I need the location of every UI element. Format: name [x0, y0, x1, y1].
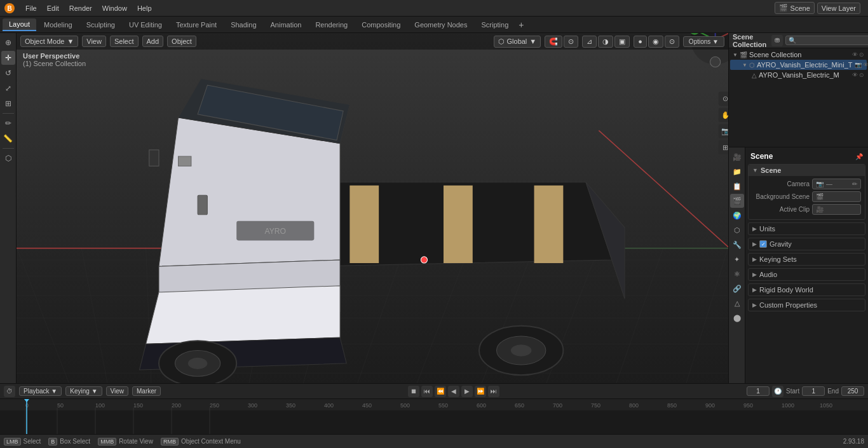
physics-props-icon[interactable]: ⚛: [730, 267, 744, 281]
outliner-item-1[interactable]: ▼ ⬡ AYRO_Vanish_Electric_Mini_T 📷 👁 ⊙: [730, 60, 867, 70]
units-collapsible[interactable]: ▶ Units: [749, 223, 865, 234]
overlay-btn[interactable]: ◑: [598, 36, 613, 48]
particles-props-icon[interactable]: ✦: [730, 252, 744, 266]
view-dropdown[interactable]: View: [106, 386, 129, 396]
tab-sculpting[interactable]: Sculpting: [80, 19, 121, 31]
viewport-area[interactable]: Object Mode ▼ View Select Add Object ⬡ G…: [17, 33, 728, 383]
scale-tool[interactable]: ⤢: [1, 81, 15, 95]
filter-icon[interactable]: ⛃: [771, 35, 783, 46]
menu-file[interactable]: File: [20, 3, 42, 13]
data-props-icon[interactable]: △: [730, 296, 744, 310]
outliner-item-scene-collection[interactable]: ▼ 🎬 Scene Collection 👁 ⊙: [730, 50, 867, 60]
menu-window[interactable]: Window: [97, 3, 132, 13]
active-clip-value[interactable]: 🎥: [812, 204, 861, 215]
svg-text:200: 200: [172, 402, 181, 409]
modifier-props-icon[interactable]: 🔧: [730, 238, 744, 252]
proportional-edit-btn[interactable]: ⊙: [564, 36, 578, 48]
measure-tool[interactable]: 📏: [1, 132, 15, 146]
options-button[interactable]: Options ▼: [683, 36, 724, 47]
step-back-btn[interactable]: ⏪: [435, 386, 446, 397]
world-props-icon[interactable]: 🌍: [730, 208, 744, 222]
outliner-item-2[interactable]: △ AYRO_Vanish_Electric_M 👁 ⊙: [730, 70, 867, 80]
show-gizmos-btn[interactable]: ⊿: [582, 36, 597, 48]
audio-collapsible[interactable]: ▶ Audio: [749, 269, 865, 280]
tab-animation[interactable]: Animation: [264, 19, 308, 31]
view-layer-selector[interactable]: View Layer: [817, 3, 860, 14]
tab-texture-paint[interactable]: Texture Paint: [170, 19, 223, 31]
step-forward-btn[interactable]: ⏩: [475, 386, 486, 397]
add-menu[interactable]: Add: [142, 36, 164, 47]
cursor-tool[interactable]: ⊕: [1, 36, 15, 50]
menu-help[interactable]: Help: [132, 3, 157, 13]
render-icon[interactable]: ⊙: [859, 51, 864, 58]
gravity-collapsible[interactable]: ▶ ✓ Gravity: [749, 238, 865, 250]
view-menu[interactable]: View: [82, 36, 106, 47]
add-workspace-button[interactable]: +: [519, 20, 524, 30]
camera-restrict-icon[interactable]: 📷: [855, 62, 862, 68]
camera-edit-icon[interactable]: ✏: [852, 180, 857, 187]
object-menu[interactable]: Object: [167, 36, 196, 47]
menu-edit[interactable]: Edit: [42, 3, 64, 13]
xray-btn[interactable]: ▣: [614, 36, 630, 48]
scene-props-icon[interactable]: 🎬: [730, 194, 744, 208]
tab-uv-editing[interactable]: UV Editing: [123, 19, 168, 31]
rigid-body-collapsible[interactable]: ▶ Rigid Body World: [749, 284, 865, 295]
play-btn[interactable]: ▶: [461, 386, 473, 397]
tab-layout[interactable]: Layout: [3, 18, 36, 31]
timeline-frame-area[interactable]: 0 50 100 150 200 250 300 350 400 450 500…: [0, 399, 868, 434]
scene-section-header[interactable]: ▼ Scene: [749, 165, 865, 176]
move-tool[interactable]: ✛: [1, 51, 15, 65]
tab-shading[interactable]: Shading: [224, 19, 262, 31]
custom-props-collapsible[interactable]: ▶ Custom Properties: [749, 299, 865, 311]
play-back-btn[interactable]: ◀: [448, 386, 459, 397]
tab-modeling[interactable]: Modeling: [37, 19, 79, 31]
jump-start-btn[interactable]: ⏮: [421, 386, 433, 397]
keying-dropdown[interactable]: Keying ▼: [65, 386, 102, 396]
object-mode-dropdown[interactable]: Object Mode ▼: [20, 36, 78, 47]
keying-sets-collapsible[interactable]: ▶ Keying Sets: [749, 254, 865, 265]
scene-selector[interactable]: 🎬 Scene: [775, 2, 815, 14]
gravity-checkbox[interactable]: ✓: [759, 240, 767, 248]
end-frame-input[interactable]: [841, 386, 864, 396]
eye-1-icon[interactable]: 👁: [863, 62, 868, 68]
object-props-icon[interactable]: ⬡: [730, 223, 744, 237]
output-props-icon[interactable]: 📁: [730, 165, 744, 179]
tab-scripting[interactable]: Scripting: [475, 19, 515, 31]
annotate-tool[interactable]: ✏: [1, 116, 15, 130]
transform-orientation[interactable]: ⬡ Global ▼: [494, 36, 541, 48]
props-pin-icon[interactable]: 📌: [855, 153, 863, 160]
constraints-props-icon[interactable]: 🔗: [730, 282, 744, 295]
material-props-icon[interactable]: ⬤: [730, 311, 744, 325]
transform-tool[interactable]: ⊞: [1, 97, 15, 111]
camera-value[interactable]: 📷 — ✏: [812, 179, 861, 189]
render-2-icon[interactable]: ⊙: [859, 72, 864, 78]
background-scene-value[interactable]: 🎬: [812, 191, 861, 202]
render-props-icon[interactable]: 🎥: [730, 150, 744, 164]
solid-shading-btn[interactable]: ●: [634, 36, 647, 48]
add-cube-tool[interactable]: ⬡: [1, 151, 15, 165]
start-frame-input[interactable]: [802, 386, 825, 396]
timeline-type-btn[interactable]: ⏱: [4, 386, 15, 397]
svg-text:1050: 1050: [820, 402, 832, 409]
scene-label: (1) Scene Collection: [23, 60, 86, 67]
tab-rendering[interactable]: Rendering: [309, 19, 354, 31]
material-shading-btn[interactable]: ◉: [648, 36, 663, 48]
select-menu[interactable]: Select: [110, 36, 139, 47]
eye-icon[interactable]: 👁: [852, 51, 858, 58]
menu-render[interactable]: Render: [64, 3, 97, 13]
jump-end-btn[interactable]: ⏭: [488, 386, 499, 397]
outliner-search-input[interactable]: [785, 36, 868, 45]
rendered-shading-btn[interactable]: ⊙: [665, 36, 679, 48]
current-frame-input[interactable]: [747, 386, 770, 396]
tab-compositing[interactable]: Compositing: [355, 19, 407, 31]
frame-clock-btn[interactable]: 🕐: [772, 386, 783, 397]
tab-geometry-nodes[interactable]: Geometry Nodes: [408, 19, 473, 31]
rotate-tool[interactable]: ↺: [1, 66, 15, 80]
svg-text:150: 150: [133, 402, 143, 409]
marker-dropdown[interactable]: Marker: [132, 386, 161, 396]
stop-btn[interactable]: ⏹: [408, 386, 419, 397]
view-layer-props-icon[interactable]: 📋: [730, 179, 744, 193]
playback-dropdown[interactable]: Playback ▼: [19, 386, 62, 396]
snap-btn[interactable]: 🧲: [545, 36, 562, 48]
eye-2-icon[interactable]: 👁: [852, 72, 858, 78]
